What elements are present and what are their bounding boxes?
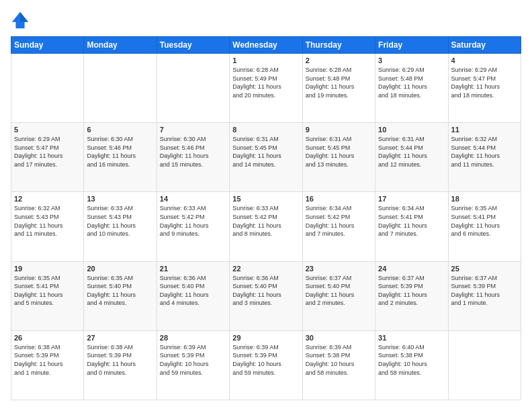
day-info: Sunrise: 6:35 AM Sunset: 5:40 PM Dayligh… [87, 274, 153, 308]
calendar-week-2: 5Sunrise: 6:29 AM Sunset: 5:47 PM Daylig… [11, 123, 521, 192]
header [11, 11, 521, 30]
calendar-cell [84, 54, 157, 123]
calendar-cell: 19Sunrise: 6:35 AM Sunset: 5:41 PM Dayli… [11, 261, 84, 330]
calendar-week-4: 19Sunrise: 6:35 AM Sunset: 5:41 PM Dayli… [11, 261, 521, 330]
calendar-week-5: 26Sunrise: 6:38 AM Sunset: 5:39 PM Dayli… [11, 330, 521, 400]
day-info: Sunrise: 6:37 AM Sunset: 5:39 PM Dayligh… [451, 274, 518, 308]
day-info: Sunrise: 6:32 AM Sunset: 5:44 PM Dayligh… [451, 135, 518, 169]
day-number: 5 [14, 126, 81, 134]
calendar-cell: 28Sunrise: 6:39 AM Sunset: 5:39 PM Dayli… [157, 330, 229, 400]
day-header-thursday: Thursday [302, 37, 375, 54]
day-number: 23 [306, 265, 372, 273]
day-info: Sunrise: 6:31 AM Sunset: 5:45 PM Dayligh… [232, 135, 299, 169]
day-header-sunday: Sunday [11, 37, 84, 54]
day-number: 22 [232, 265, 299, 273]
day-number: 2 [306, 56, 372, 64]
day-info: Sunrise: 6:29 AM Sunset: 5:47 PM Dayligh… [451, 66, 518, 99]
day-number: 26 [14, 334, 81, 342]
day-header-monday: Monday [84, 37, 157, 54]
calendar-cell: 6Sunrise: 6:30 AM Sunset: 5:46 PM Daylig… [84, 123, 157, 192]
calendar-cell: 16Sunrise: 6:34 AM Sunset: 5:42 PM Dayli… [302, 192, 375, 261]
day-info: Sunrise: 6:34 AM Sunset: 5:42 PM Dayligh… [306, 204, 372, 238]
day-number: 20 [87, 265, 153, 273]
day-info: Sunrise: 6:30 AM Sunset: 5:46 PM Dayligh… [87, 135, 153, 169]
calendar-cell: 21Sunrise: 6:36 AM Sunset: 5:40 PM Dayli… [157, 261, 229, 330]
calendar-cell: 30Sunrise: 6:39 AM Sunset: 5:38 PM Dayli… [302, 330, 375, 400]
day-number: 7 [160, 126, 226, 134]
day-info: Sunrise: 6:31 AM Sunset: 5:45 PM Dayligh… [306, 135, 372, 169]
day-number: 27 [87, 334, 153, 342]
calendar-cell [157, 54, 229, 123]
calendar-cell: 1Sunrise: 6:28 AM Sunset: 5:49 PM Daylig… [230, 54, 302, 123]
day-info: Sunrise: 6:35 AM Sunset: 5:41 PM Dayligh… [14, 274, 81, 308]
day-header-wednesday: Wednesday [230, 37, 302, 54]
day-info: Sunrise: 6:28 AM Sunset: 5:48 PM Dayligh… [306, 66, 372, 99]
day-number: 30 [306, 334, 372, 342]
day-number: 19 [14, 265, 81, 273]
calendar-cell [448, 330, 521, 400]
day-info: Sunrise: 6:29 AM Sunset: 5:47 PM Dayligh… [14, 135, 81, 169]
day-number: 9 [306, 126, 372, 134]
calendar-table: SundayMondayTuesdayWednesdayThursdayFrid… [11, 36, 521, 400]
svg-marker-1 [20, 12, 28, 22]
calendar-cell: 29Sunrise: 6:39 AM Sunset: 5:39 PM Dayli… [230, 330, 302, 400]
calendar-week-3: 12Sunrise: 6:32 AM Sunset: 5:43 PM Dayli… [11, 192, 521, 261]
day-number: 29 [232, 334, 299, 342]
day-number: 21 [160, 265, 226, 273]
day-info: Sunrise: 6:33 AM Sunset: 5:43 PM Dayligh… [87, 204, 153, 238]
calendar-cell: 10Sunrise: 6:31 AM Sunset: 5:44 PM Dayli… [375, 123, 448, 192]
day-info: Sunrise: 6:30 AM Sunset: 5:46 PM Dayligh… [160, 135, 226, 169]
day-number: 14 [160, 195, 226, 203]
day-number: 12 [14, 195, 81, 203]
day-info: Sunrise: 6:35 AM Sunset: 5:41 PM Dayligh… [451, 204, 518, 238]
day-info: Sunrise: 6:36 AM Sunset: 5:40 PM Dayligh… [160, 274, 226, 308]
calendar-header-row: SundayMondayTuesdayWednesdayThursdayFrid… [11, 37, 521, 54]
day-info: Sunrise: 6:33 AM Sunset: 5:42 PM Dayligh… [232, 204, 299, 238]
day-number: 13 [87, 195, 153, 203]
day-number: 16 [306, 195, 372, 203]
day-number: 25 [451, 265, 518, 273]
calendar-cell: 23Sunrise: 6:37 AM Sunset: 5:40 PM Dayli… [302, 261, 375, 330]
day-info: Sunrise: 6:33 AM Sunset: 5:42 PM Dayligh… [160, 204, 226, 238]
calendar-cell: 18Sunrise: 6:35 AM Sunset: 5:41 PM Dayli… [448, 192, 521, 261]
calendar-cell: 7Sunrise: 6:30 AM Sunset: 5:46 PM Daylig… [157, 123, 229, 192]
day-number: 8 [232, 126, 299, 134]
day-number: 15 [232, 195, 299, 203]
day-number: 1 [232, 56, 299, 64]
day-info: Sunrise: 6:36 AM Sunset: 5:40 PM Dayligh… [232, 274, 299, 308]
day-info: Sunrise: 6:32 AM Sunset: 5:43 PM Dayligh… [14, 204, 81, 238]
day-number: 28 [160, 334, 226, 342]
day-number: 31 [378, 334, 445, 342]
day-number: 24 [378, 265, 445, 273]
calendar-cell: 13Sunrise: 6:33 AM Sunset: 5:43 PM Dayli… [84, 192, 157, 261]
calendar-cell: 25Sunrise: 6:37 AM Sunset: 5:39 PM Dayli… [448, 261, 521, 330]
calendar-cell: 20Sunrise: 6:35 AM Sunset: 5:40 PM Dayli… [84, 261, 157, 330]
day-number: 6 [87, 126, 153, 134]
day-info: Sunrise: 6:38 AM Sunset: 5:39 PM Dayligh… [87, 343, 153, 377]
day-number: 17 [378, 195, 445, 203]
calendar-cell: 2Sunrise: 6:28 AM Sunset: 5:48 PM Daylig… [302, 54, 375, 123]
calendar-cell [11, 54, 84, 123]
day-header-friday: Friday [375, 37, 448, 54]
page: SundayMondayTuesdayWednesdayThursdayFrid… [0, 0, 532, 411]
calendar-cell: 11Sunrise: 6:32 AM Sunset: 5:44 PM Dayli… [448, 123, 521, 192]
calendar-cell: 17Sunrise: 6:34 AM Sunset: 5:41 PM Dayli… [375, 192, 448, 261]
calendar-cell: 3Sunrise: 6:29 AM Sunset: 5:48 PM Daylig… [375, 54, 448, 123]
calendar-cell: 15Sunrise: 6:33 AM Sunset: 5:42 PM Dayli… [230, 192, 302, 261]
day-info: Sunrise: 6:37 AM Sunset: 5:39 PM Dayligh… [378, 274, 445, 308]
calendar-cell: 12Sunrise: 6:32 AM Sunset: 5:43 PM Dayli… [11, 192, 84, 261]
day-info: Sunrise: 6:39 AM Sunset: 5:38 PM Dayligh… [306, 343, 372, 377]
day-info: Sunrise: 6:40 AM Sunset: 5:38 PM Dayligh… [378, 343, 445, 377]
calendar-cell: 8Sunrise: 6:31 AM Sunset: 5:45 PM Daylig… [230, 123, 302, 192]
calendar-cell: 24Sunrise: 6:37 AM Sunset: 5:39 PM Dayli… [375, 261, 448, 330]
day-number: 18 [451, 195, 518, 203]
calendar-cell: 26Sunrise: 6:38 AM Sunset: 5:39 PM Dayli… [11, 330, 84, 400]
calendar-cell: 14Sunrise: 6:33 AM Sunset: 5:42 PM Dayli… [157, 192, 229, 261]
day-number: 3 [378, 56, 445, 64]
calendar-cell: 27Sunrise: 6:38 AM Sunset: 5:39 PM Dayli… [84, 330, 157, 400]
calendar-cell: 5Sunrise: 6:29 AM Sunset: 5:47 PM Daylig… [11, 123, 84, 192]
day-info: Sunrise: 6:34 AM Sunset: 5:41 PM Dayligh… [378, 204, 445, 238]
day-info: Sunrise: 6:38 AM Sunset: 5:39 PM Dayligh… [14, 343, 81, 377]
calendar-cell: 9Sunrise: 6:31 AM Sunset: 5:45 PM Daylig… [302, 123, 375, 192]
calendar-cell: 22Sunrise: 6:36 AM Sunset: 5:40 PM Dayli… [230, 261, 302, 330]
